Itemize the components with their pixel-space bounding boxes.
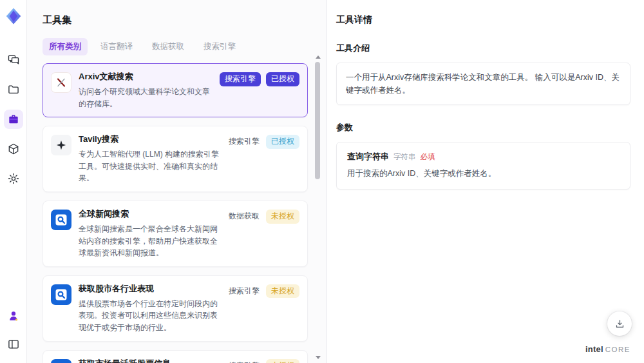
settings-icon xyxy=(7,172,20,185)
tool-detail-panel: 工具详情 工具介绍 一个用于从Arxiv存储库搜索科学论文和文章的工具。 输入可… xyxy=(327,0,644,363)
tab-category-1[interactable]: 语言翻译 xyxy=(94,38,139,55)
tool-description: 专为人工智能代理 (LLM) 构建的搜索引擎工具。可快速提供实时、准确和真实的结… xyxy=(79,148,220,184)
scrollbar-thumb[interactable] xyxy=(315,62,320,179)
user-icon xyxy=(7,309,20,322)
brand-secondary: CORE xyxy=(605,346,630,353)
tool-card[interactable]: Arxiv文献搜索访问各个研究领域大量科学论文和文章的存储库。搜索引擎已授权 xyxy=(43,63,308,117)
sidebar-bottom-user-button[interactable] xyxy=(4,306,23,326)
panel-icon xyxy=(7,338,20,351)
sidebar-item-chat-button[interactable] xyxy=(4,50,23,70)
category-tabs: 所有类别语言翻译数据获取搜索引擎 xyxy=(43,38,308,55)
status-badge: 未授权 xyxy=(266,210,299,224)
sidebar-nav xyxy=(4,50,23,188)
tool-card[interactable]: 获取股市各行业表现提供股票市场各个行业在特定时间段内的表现。投资者可以利用这些信… xyxy=(43,275,308,342)
sidebar-item-folder-button[interactable] xyxy=(4,80,23,99)
app-logo[interactable] xyxy=(3,5,24,27)
tool-list-panel: 工具集 所有类别语言翻译数据获取搜索引擎 Arxiv文献搜索访问各个研究领域大量… xyxy=(27,0,327,363)
tab-category-0[interactable]: 所有类别 xyxy=(43,38,88,55)
param-description: 用于搜索的Arxiv ID、关键字或作者姓名。 xyxy=(347,168,620,179)
tool-list: Arxiv文献搜索访问各个研究领域大量科学论文和文章的存储库。搜索引擎已授权Ta… xyxy=(43,63,308,363)
left-sidebar xyxy=(0,0,27,363)
scroll-down-icon[interactable] xyxy=(316,356,321,359)
sidebar-bottom-panel-button[interactable] xyxy=(4,335,23,354)
category-badge: 搜索引擎 xyxy=(227,135,261,149)
tool-card[interactable]: 全球新闻搜索全球新闻搜索是一个聚合全球各大新闻网站内容的搜索引擎，帮助用户快速获… xyxy=(43,201,308,267)
sidebar-item-settings-button[interactable] xyxy=(4,169,23,188)
tool-name: 获取市场最活跃股票信息 xyxy=(79,358,220,363)
search-icon xyxy=(51,210,71,230)
status-badge: 已授权 xyxy=(266,72,299,86)
toolbox-icon xyxy=(7,113,20,126)
sidebar-item-package-button[interactable] xyxy=(4,139,23,159)
tool-description: 提供股票市场各个行业在特定时间段内的表现。投资者可以利用这些信息来识别表现优于或… xyxy=(79,298,220,334)
category-badge: 搜索引擎 xyxy=(227,284,261,299)
intro-text: 一个用于从Arxiv存储库搜索科学论文和文章的工具。 输入可以是Arxiv ID… xyxy=(336,63,630,105)
category-badge: 数据获取 xyxy=(227,210,261,224)
folder-icon xyxy=(7,83,20,96)
chat-icon xyxy=(7,54,20,66)
intel-core-logo: intelCORE xyxy=(585,344,630,354)
status-badge: 未授权 xyxy=(266,359,299,363)
param-name: 查询字符串 xyxy=(347,151,389,162)
tool-name: 全球新闻搜索 xyxy=(79,208,220,220)
parameter-card: 查询字符串 字符串 必填 用于搜索的Arxiv ID、关键字或作者姓名。 xyxy=(336,142,630,190)
arxiv-icon xyxy=(51,72,71,93)
gem-logo-icon xyxy=(4,6,23,26)
download-button[interactable] xyxy=(607,311,632,336)
search-icon xyxy=(51,359,71,363)
tab-category-2[interactable]: 数据获取 xyxy=(146,38,191,55)
status-badge: 已授权 xyxy=(266,135,299,149)
search-icon xyxy=(51,284,71,305)
star-icon xyxy=(51,135,71,155)
page-title: 工具集 xyxy=(43,14,308,26)
tool-description: 全球新闻搜索是一个聚合全球各大新闻网站内容的搜索引擎，帮助用户快速获取全球最新资… xyxy=(79,223,220,259)
params-heading: 参数 xyxy=(336,122,630,133)
tool-name: Tavily搜索 xyxy=(79,133,220,145)
scroll-up-icon[interactable] xyxy=(316,55,321,59)
param-type: 字符串 xyxy=(393,152,416,162)
detail-title: 工具详情 xyxy=(336,14,630,26)
sidebar-bottom xyxy=(4,306,23,354)
download-icon xyxy=(614,319,625,329)
status-badge: 未授权 xyxy=(266,284,299,299)
tool-name: 获取股市各行业表现 xyxy=(79,283,220,295)
tool-card[interactable]: Tavily搜索专为人工智能代理 (LLM) 构建的搜索引擎工具。可快速提供实时… xyxy=(43,126,308,192)
tool-description: 访问各个研究领域大量科学论文和文章的存储库。 xyxy=(79,86,213,110)
package-icon xyxy=(7,142,20,155)
category-badge: 搜索引擎 xyxy=(220,72,261,86)
brand-primary: intel xyxy=(585,344,603,354)
tool-name: Arxiv文献搜索 xyxy=(79,71,213,83)
list-scrollbar[interactable] xyxy=(314,55,321,359)
category-badge: 搜索引擎 xyxy=(227,359,261,363)
tool-card[interactable]: 获取市场最活跃股票信息提供当天交易量最高的股票列表，投资者可以利用这些信息来识别… xyxy=(43,350,308,363)
intro-heading: 工具介绍 xyxy=(336,43,630,54)
tab-category-3[interactable]: 搜索引擎 xyxy=(197,38,242,55)
sidebar-item-toolbox-button[interactable] xyxy=(4,110,23,129)
param-required-badge: 必填 xyxy=(421,152,435,162)
